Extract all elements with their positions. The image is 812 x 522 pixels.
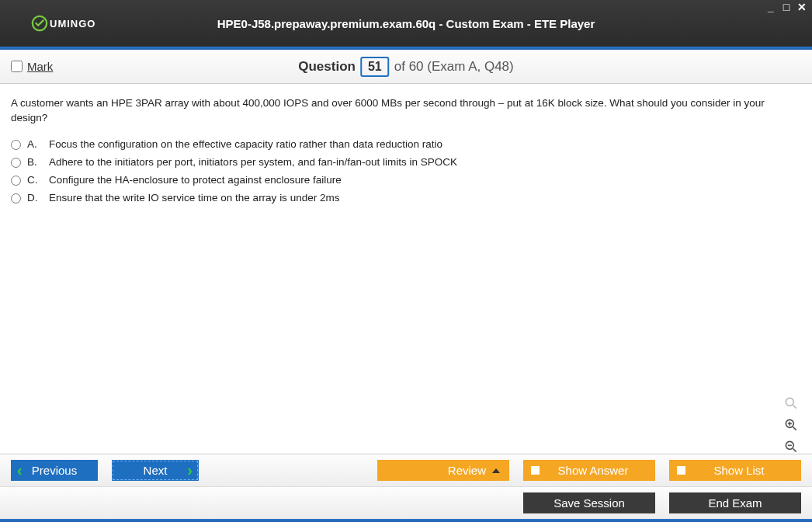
zoom-in-icon[interactable] [783,416,800,433]
show-list-button[interactable]: Show List [669,460,801,481]
button-row-1: Previous Next Review Show Answer Show Li… [0,454,812,486]
save-session-button[interactable]: Save Session [523,492,655,513]
checkbox-icon [531,466,540,475]
footer: Previous Next Review Show Answer Show Li… [0,454,812,522]
mark-checkbox[interactable] [11,61,23,72]
zoom-controls [783,395,800,455]
choice-a-radio[interactable] [11,140,21,150]
choice-text: Focus the configuration on the effective… [49,138,442,150]
maximize-icon[interactable]: □ [781,2,792,12]
choice-c-radio[interactable] [11,176,21,186]
app-logo: UMINGO [31,15,95,32]
choice-text: Adhere to the initiators per port, initi… [49,156,457,168]
question-indicator: Question 51 of 60 (Exam A, Q48) [298,57,513,77]
logo-text: UMINGO [50,18,95,30]
review-button[interactable]: Review [377,460,509,481]
choice-b-radio[interactable] [11,158,21,168]
choices-list: A. Focus the configuration on the effect… [11,138,801,204]
svg-point-1 [786,398,793,405]
content-area: A customer wants an HPE 3PAR array with … [0,84,812,465]
choice-letter: A. [27,138,43,150]
previous-button[interactable]: Previous [11,460,98,481]
search-icon[interactable] [783,395,800,412]
svg-line-4 [793,427,796,430]
zoom-out-icon[interactable] [783,438,800,455]
button-row-2: Save Session End Exam [0,486,812,519]
question-of-text: of 60 (Exam A, Q48) [394,59,514,75]
question-label: Question [298,59,356,75]
question-text: A customer wants an HPE 3PAR array with … [11,96,801,126]
window-title: HPE0-J58.prepaway.premium.exam.60q - Cus… [217,17,595,30]
mark-label: Mark [27,60,53,73]
choice-d-radio[interactable] [11,193,21,204]
checkbox-icon [677,466,685,475]
end-exam-button[interactable]: End Exam [669,492,801,513]
mark-checkbox-wrap[interactable]: Mark [11,60,53,73]
choice-text: Ensure that the write IO service time on… [49,192,339,204]
titlebar: UMINGO HPE0-J58.prepaway.premium.exam.60… [0,0,812,47]
svg-line-8 [793,449,796,452]
choice-c[interactable]: C. Configure the HA-enclosure to protect… [11,174,801,186]
svg-line-2 [793,405,796,409]
logo-check-icon [31,15,48,32]
show-answer-button[interactable]: Show Answer [523,460,655,481]
choice-letter: C. [27,174,43,186]
next-button[interactable]: Next [112,460,199,481]
close-icon[interactable]: ✕ [796,2,807,12]
window-controls: _ □ ✕ [765,2,807,12]
minimize-icon[interactable]: _ [765,2,776,12]
choice-letter: B. [27,156,43,168]
choice-d[interactable]: D. Ensure that the write IO service time… [11,192,801,204]
choice-b[interactable]: B. Adhere to the initiators per port, in… [11,156,801,168]
question-header: Mark Question 51 of 60 (Exam A, Q48) [0,50,812,84]
question-number: 51 [360,57,390,77]
bottom-accent-bar [0,519,812,522]
choice-letter: D. [27,192,43,204]
choice-a[interactable]: A. Focus the configuration on the effect… [11,138,801,150]
choice-text: Configure the HA-enclosure to protect ag… [49,174,342,186]
